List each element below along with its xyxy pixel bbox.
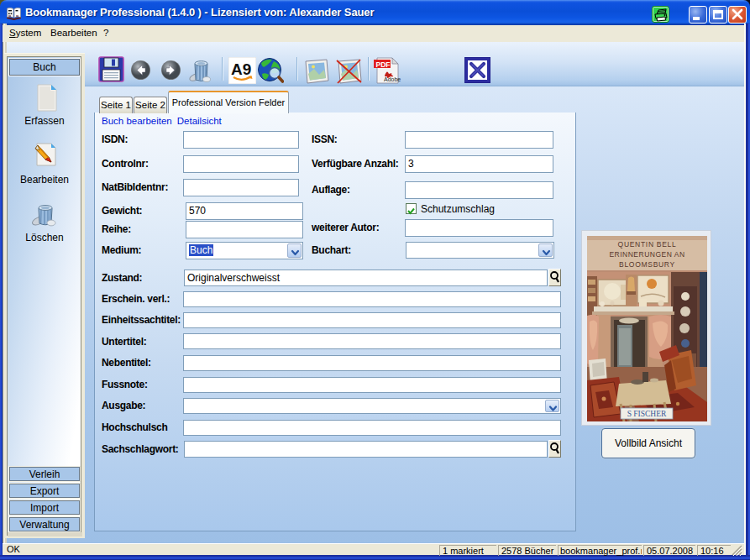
svg-text:QUENTIN BELL: QUENTIN BELL	[618, 240, 677, 249]
svg-text:ERINNERUNGEN AN: ERINNERUNGEN AN	[609, 250, 684, 259]
svg-text:Adobe: Adobe	[384, 76, 401, 82]
svg-text:PDF: PDF	[376, 60, 391, 69]
svg-text:A9: A9	[231, 60, 251, 78]
svg-text:BLOOMSBURY: BLOOMSBURY	[619, 260, 675, 269]
svg-text:S FISCHER: S FISCHER	[627, 410, 667, 418]
